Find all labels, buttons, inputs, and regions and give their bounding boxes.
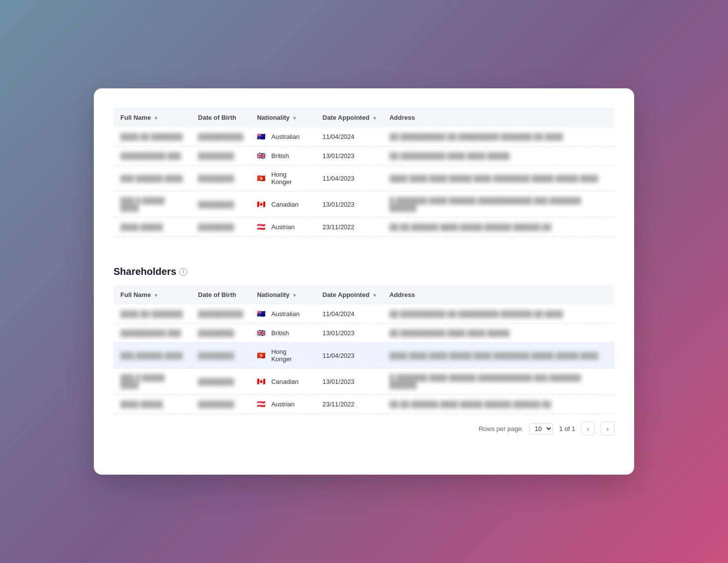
sh-nationality-cell: 🇭🇰Hong Konger xyxy=(250,343,315,369)
dir-dob-cell: ████████ xyxy=(191,217,250,237)
table-row: ███ █ █████ ████████████🇨🇦Canadian13/01/… xyxy=(113,369,615,395)
dir-dob-cell: ██████████ xyxy=(191,127,250,146)
dir-address-cell: ██ ██████████ ████ ████ █████ xyxy=(383,146,615,165)
sh-name-cell[interactable]: ███ █ █████ ████ xyxy=(113,369,191,395)
flag-icon: 🇦🇺 xyxy=(257,310,265,318)
table-row: ████ █████████████🇦🇹Austrian23/11/2022██… xyxy=(113,395,615,414)
flag-icon: 🇦🇹 xyxy=(257,223,265,231)
sh-dob-cell: ████████ xyxy=(191,369,250,395)
flag-icon: 🇬🇧 xyxy=(257,329,265,337)
sh-date-appointed-cell: 11/04/2024 xyxy=(316,304,383,323)
directors-table: Full Name ▾ Date of Birth Nationality ▾ … xyxy=(113,108,615,237)
sh-date-appointed-cell: 13/01/2023 xyxy=(316,323,383,343)
sh-dob-cell: ████████ xyxy=(191,343,250,369)
dir-dob-cell: ████████ xyxy=(191,146,250,165)
dir-name-cell[interactable]: ███ ██████ ████ xyxy=(113,165,191,191)
sh-name-cell[interactable]: ██████████ ███ xyxy=(113,323,191,343)
table-row: ████ █████████████🇦🇹Austrian23/11/2022██… xyxy=(113,217,615,237)
table-row: ███ ██████ ████████████🇭🇰Hong Konger11/0… xyxy=(113,343,615,369)
flag-icon: 🇦🇹 xyxy=(257,400,265,408)
table-row: ██████████ ███████████🇬🇧British13/01/202… xyxy=(113,323,615,343)
dir-date-appointed-cell: 11/04/2023 xyxy=(316,165,383,191)
sh-name-cell[interactable]: ████ ██ ███████ xyxy=(113,304,191,323)
dir-name-link[interactable]: ███ ██████ ████ xyxy=(120,175,183,182)
rows-per-page-control[interactable]: 10 25 50 xyxy=(529,423,553,434)
dir-name-link[interactable]: ██████████ ███ xyxy=(120,152,181,160)
sh-name-link[interactable]: ██████████ ███ xyxy=(120,329,181,337)
sh-address-cell: █ ███████ ████ ██████ ████████████ ███ █… xyxy=(383,369,615,395)
sh-date-appointed-cell: 23/11/2022 xyxy=(316,395,383,414)
dir-name-cell[interactable]: ███ █ █████ ████ xyxy=(113,191,191,217)
col-full-name-header[interactable]: Full Name ▾ xyxy=(113,108,191,127)
sh-name-cell[interactable]: ███ ██████ ████ xyxy=(113,343,191,369)
sh-nationality-cell: 🇨🇦Canadian xyxy=(250,369,315,395)
sh-dob-cell: ██████████ xyxy=(191,304,250,323)
dir-nationality-cell: 🇭🇰Hong Konger xyxy=(250,165,315,191)
col-dob-header: Date of Birth xyxy=(191,108,250,127)
flag-icon: 🇭🇰 xyxy=(257,174,265,182)
shareholders-table: Full Name ▾ Date of Birth Nationality ▾ … xyxy=(113,285,615,414)
sh-address-cell: ██ ██████████ ██ █████████ ███████ ██ ██… xyxy=(383,304,615,323)
dir-name-cell[interactable]: ████ █████ xyxy=(113,217,191,237)
sh-nationality-cell: 🇦🇹Austrian xyxy=(250,395,315,414)
sh-dob-cell: ████████ xyxy=(191,395,250,414)
dir-nationality-cell: 🇦🇺Australian xyxy=(250,127,315,146)
dir-name-link[interactable]: ████ ██ ███████ xyxy=(120,133,183,140)
col-address-header: Address xyxy=(383,108,615,127)
sh-date-appointed-cell: 13/01/2023 xyxy=(316,369,383,395)
directors-section: Full Name ▾ Date of Birth Nationality ▾ … xyxy=(113,108,615,237)
info-icon[interactable]: i xyxy=(179,268,187,276)
sh-sort-icon-nationality: ▾ xyxy=(293,293,296,298)
sh-sort-icon-name: ▾ xyxy=(155,293,157,298)
sort-icon-name: ▾ xyxy=(155,115,157,121)
sh-nationality-cell: 🇦🇺Australian xyxy=(250,304,315,323)
table-row: ██████████ ███████████🇬🇧British13/01/202… xyxy=(113,146,615,165)
dir-date-appointed-cell: 13/01/2023 xyxy=(316,191,383,217)
dir-name-cell[interactable]: ████ ██ ███████ xyxy=(113,127,191,146)
next-page-button[interactable]: › xyxy=(601,422,615,435)
col-date-appointed-header[interactable]: Date Appointed ▾ xyxy=(316,108,383,127)
sh-col-address-header: Address xyxy=(383,285,615,304)
sh-address-cell: ██ ██ ██████ ████ █████ ██████ ██████ ██ xyxy=(383,395,615,414)
shareholders-title: Shareholders i xyxy=(113,266,615,277)
flag-icon: 🇭🇰 xyxy=(257,351,265,359)
sh-name-link[interactable]: ████ █████ xyxy=(120,401,163,408)
dir-address-cell: ██ ██████████ ██ █████████ ███████ ██ ██… xyxy=(383,127,615,146)
table-row: ████ ██ █████████████████🇦🇺Australian11/… xyxy=(113,304,615,323)
dir-name-link[interactable]: ███ █ █████ ████ xyxy=(120,197,165,212)
sh-dob-cell: ████████ xyxy=(191,323,250,343)
dir-nationality-cell: 🇨🇦Canadian xyxy=(250,191,315,217)
shareholders-table-header: Full Name ▾ Date of Birth Nationality ▾ … xyxy=(113,285,615,304)
dir-name-link[interactable]: ████ █████ xyxy=(120,223,163,231)
dir-nationality-cell: 🇬🇧British xyxy=(250,146,315,165)
table-row: ███ ██████ ████████████🇭🇰Hong Konger11/0… xyxy=(113,165,615,191)
sh-sort-icon-date-appointed: ▾ xyxy=(373,293,376,298)
dir-address-cell: █ ███████ ████ ██████ ████████████ ███ █… xyxy=(383,191,615,217)
rows-per-page-select[interactable]: 10 25 50 xyxy=(529,423,553,434)
shareholders-section: Shareholders i Full Name ▾ Date of Birth… xyxy=(113,266,615,435)
flag-icon: 🇦🇺 xyxy=(257,133,265,140)
sort-icon-date-appointed: ▾ xyxy=(373,115,376,121)
dir-date-appointed-cell: 23/11/2022 xyxy=(316,217,383,237)
table-row: ████ ██ █████████████████🇦🇺Australian11/… xyxy=(113,127,615,146)
dir-date-appointed-cell: 11/04/2024 xyxy=(316,127,383,146)
sh-name-cell[interactable]: ████ █████ xyxy=(113,395,191,414)
page-info: 1 of 1 xyxy=(559,425,575,432)
dir-dob-cell: ████████ xyxy=(191,165,250,191)
sh-col-full-name-header[interactable]: Full Name ▾ xyxy=(113,285,191,304)
dir-address-cell: ████ ████ ████ █████ ████ ████████ █████… xyxy=(383,165,615,191)
sh-name-link[interactable]: ███ █ █████ ████ xyxy=(120,374,165,389)
prev-page-button[interactable]: ‹ xyxy=(581,422,595,435)
sh-col-date-appointed-header[interactable]: Date Appointed ▾ xyxy=(316,285,383,304)
sh-name-link[interactable]: ███ ██████ ████ xyxy=(120,352,183,359)
flag-icon: 🇬🇧 xyxy=(257,152,265,160)
sh-col-dob-header: Date of Birth xyxy=(191,285,250,304)
dir-dob-cell: ████████ xyxy=(191,191,250,217)
dir-name-cell[interactable]: ██████████ ███ xyxy=(113,146,191,165)
rows-per-page-label: Rows per page: xyxy=(478,425,523,432)
sh-col-nationality-header[interactable]: Nationality ▾ xyxy=(250,285,315,304)
col-nationality-header[interactable]: Nationality ▾ xyxy=(250,108,315,127)
sh-name-link[interactable]: ████ ██ ███████ xyxy=(120,310,183,318)
directors-table-header: Full Name ▾ Date of Birth Nationality ▾ … xyxy=(113,108,615,127)
main-modal: Full Name ▾ Date of Birth Nationality ▾ … xyxy=(94,88,634,475)
